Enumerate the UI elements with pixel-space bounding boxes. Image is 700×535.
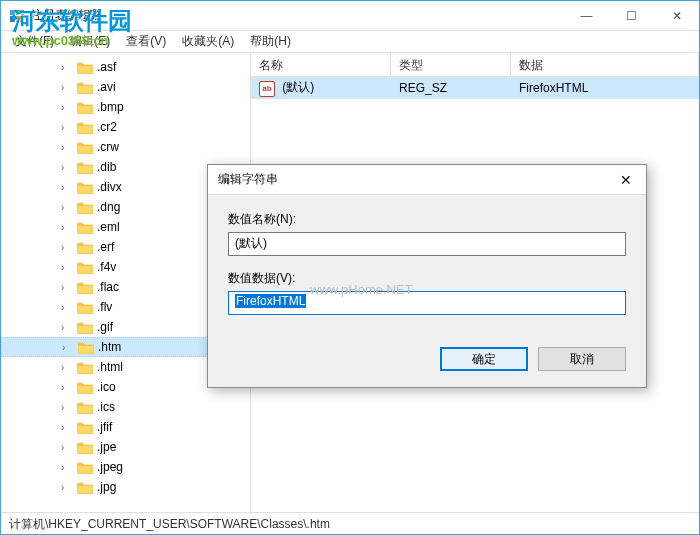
tree-item[interactable]: ›.cr2 — [1, 117, 250, 137]
expand-arrow-icon[interactable]: › — [62, 342, 74, 353]
folder-icon — [77, 361, 93, 374]
tree-item[interactable]: ›.jpg — [1, 477, 250, 497]
folder-icon — [77, 161, 93, 174]
cell-data: FirefoxHTML — [511, 79, 699, 97]
tree-item-label: .erf — [97, 240, 114, 254]
folder-icon — [77, 201, 93, 214]
maximize-button[interactable]: ☐ — [609, 1, 654, 30]
folder-icon — [77, 481, 93, 494]
menu-edit[interactable]: 编辑(E) — [64, 31, 116, 52]
expand-arrow-icon[interactable]: › — [61, 202, 73, 213]
dialog-titlebar: 编辑字符串 ✕ — [208, 165, 646, 195]
value-data-label: 数值数据(V): — [228, 270, 626, 287]
menu-file[interactable]: 文件(F) — [9, 31, 60, 52]
expand-arrow-icon[interactable]: › — [61, 282, 73, 293]
minimize-button[interactable]: — — [564, 1, 609, 30]
folder-icon — [77, 281, 93, 294]
string-value-icon: ab — [259, 81, 275, 97]
cell-type: REG_SZ — [391, 79, 511, 97]
tree-item-label: .asf — [97, 60, 116, 74]
folder-icon — [77, 121, 93, 134]
tree-item-label: .bmp — [97, 100, 124, 114]
tree-item-label: .ico — [97, 380, 116, 394]
tree-item[interactable]: ›.asf — [1, 57, 250, 77]
folder-icon — [77, 81, 93, 94]
tree-item[interactable]: ›.jpe — [1, 437, 250, 457]
expand-arrow-icon[interactable]: › — [61, 322, 73, 333]
tree-item-label: .divx — [97, 180, 122, 194]
tree-item-label: .crw — [97, 140, 119, 154]
value-data-input[interactable]: FirefoxHTML — [228, 291, 626, 315]
tree-item-label: .dng — [97, 200, 120, 214]
expand-arrow-icon[interactable]: › — [61, 442, 73, 453]
folder-icon — [77, 421, 93, 434]
tree-item-label: .jpeg — [97, 460, 123, 474]
expand-arrow-icon[interactable]: › — [61, 82, 73, 93]
expand-arrow-icon[interactable]: › — [61, 402, 73, 413]
tree-item-label: .eml — [97, 220, 120, 234]
tree-item[interactable]: ›.jfif — [1, 417, 250, 437]
ok-button[interactable]: 确定 — [440, 347, 528, 371]
expand-arrow-icon[interactable]: › — [61, 102, 73, 113]
folder-icon — [77, 321, 93, 334]
col-name[interactable]: 名称 — [251, 53, 391, 76]
expand-arrow-icon[interactable]: › — [61, 262, 73, 273]
menu-view[interactable]: 查看(V) — [120, 31, 172, 52]
window-title: 注册表编辑器 — [31, 7, 564, 24]
tree-item-label: .f4v — [97, 260, 116, 274]
expand-arrow-icon[interactable]: › — [61, 422, 73, 433]
col-type[interactable]: 类型 — [391, 53, 511, 76]
folder-icon — [77, 241, 93, 254]
folder-icon — [77, 141, 93, 154]
dialog-body: 数值名称(N): (默认) 数值数据(V): FirefoxHTML — [208, 195, 646, 337]
tree-item[interactable]: ›.ics — [1, 397, 250, 417]
expand-arrow-icon[interactable]: › — [61, 222, 73, 233]
expand-arrow-icon[interactable]: › — [61, 482, 73, 493]
menu-favorites[interactable]: 收藏夹(A) — [176, 31, 240, 52]
tree-item-label: .flac — [97, 280, 119, 294]
dialog-close-button[interactable]: ✕ — [606, 165, 646, 194]
tree-item-label: .flv — [97, 300, 112, 314]
menu-help[interactable]: 帮助(H) — [244, 31, 297, 52]
expand-arrow-icon[interactable]: › — [61, 142, 73, 153]
tree-item-label: .avi — [97, 80, 116, 94]
cancel-button[interactable]: 取消 — [538, 347, 626, 371]
expand-arrow-icon[interactable]: › — [61, 302, 73, 313]
list-row[interactable]: ab (默认) REG_SZ FirefoxHTML — [251, 77, 699, 99]
value-name-label: 数值名称(N): — [228, 211, 626, 228]
list-header: 名称 类型 数据 — [251, 53, 699, 77]
tree-item-label: .jpg — [97, 480, 116, 494]
expand-arrow-icon[interactable]: › — [61, 362, 73, 373]
tree-item[interactable]: ›.jpeg — [1, 457, 250, 477]
folder-icon — [77, 101, 93, 114]
folder-icon — [77, 441, 93, 454]
tree-item[interactable]: ›.bmp — [1, 97, 250, 117]
cell-name: ab (默认) — [251, 77, 391, 99]
value-name-input[interactable]: (默认) — [228, 232, 626, 256]
folder-icon — [77, 401, 93, 414]
expand-arrow-icon[interactable]: › — [61, 62, 73, 73]
folder-icon — [77, 61, 93, 74]
window-buttons: — ☐ ✕ — [564, 1, 699, 30]
svg-rect-1 — [16, 10, 24, 15]
expand-arrow-icon[interactable]: › — [61, 182, 73, 193]
expand-arrow-icon[interactable]: › — [61, 122, 73, 133]
expand-arrow-icon[interactable]: › — [61, 462, 73, 473]
close-button[interactable]: ✕ — [654, 1, 699, 30]
statusbar: 计算机\HKEY_CURRENT_USER\SOFTWARE\Classes\.… — [1, 512, 699, 534]
folder-icon — [77, 301, 93, 314]
expand-arrow-icon[interactable]: › — [61, 382, 73, 393]
value-name: (默认) — [282, 80, 314, 94]
titlebar: 注册表编辑器 — ☐ ✕ — [1, 1, 699, 31]
dialog-title: 编辑字符串 — [218, 171, 606, 188]
expand-arrow-icon[interactable]: › — [61, 162, 73, 173]
svg-rect-2 — [10, 16, 15, 22]
tree-item-label: .html — [97, 360, 123, 374]
expand-arrow-icon[interactable]: › — [61, 242, 73, 253]
tree-item[interactable]: ›.crw — [1, 137, 250, 157]
folder-icon — [77, 181, 93, 194]
tree-item[interactable]: ›.avi — [1, 77, 250, 97]
tree-item-label: .jpe — [97, 440, 116, 454]
menubar: 文件(F) 编辑(E) 查看(V) 收藏夹(A) 帮助(H) — [1, 31, 699, 53]
col-data[interactable]: 数据 — [511, 53, 699, 76]
